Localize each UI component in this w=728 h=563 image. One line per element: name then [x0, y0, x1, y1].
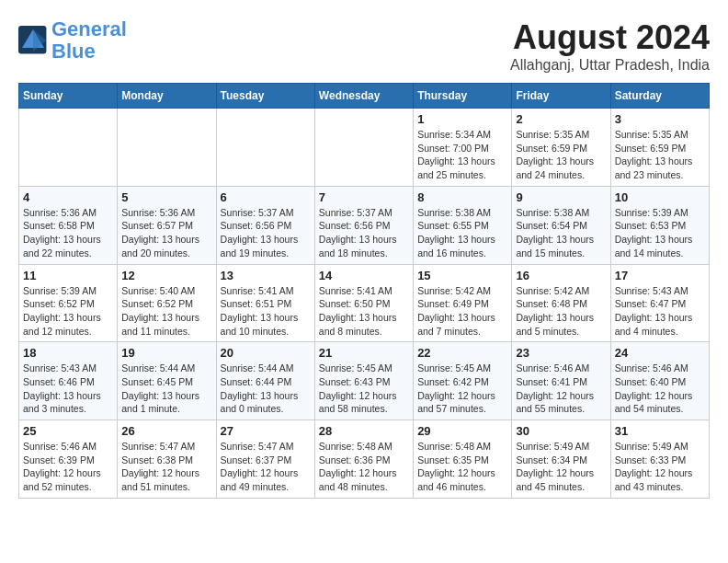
day-info: Sunrise: 5:38 AM Sunset: 6:55 PM Dayligh… — [417, 206, 507, 260]
day-info: Sunrise: 5:44 AM Sunset: 6:44 PM Dayligh… — [221, 362, 311, 416]
day-info: Sunrise: 5:37 AM Sunset: 6:56 PM Dayligh… — [319, 206, 409, 260]
day-number: 24 — [615, 346, 705, 360]
day-info: Sunrise: 5:38 AM Sunset: 6:54 PM Dayligh… — [516, 206, 606, 260]
day-number: 6 — [221, 190, 311, 204]
calendar-cell: 1Sunrise: 5:34 AM Sunset: 7:00 PM Daylig… — [414, 109, 512, 187]
day-number: 15 — [417, 269, 507, 282]
day-number: 9 — [516, 190, 606, 204]
day-info: Sunrise: 5:39 AM Sunset: 6:52 PM Dayligh… — [23, 284, 113, 339]
calendar-week-2: 4Sunrise: 5:36 AM Sunset: 6:58 PM Daylig… — [19, 186, 710, 264]
calendar-cell: 29Sunrise: 5:48 AM Sunset: 6:35 PM Dayli… — [414, 420, 512, 499]
calendar-cell — [118, 109, 216, 187]
day-number: 27 — [221, 424, 311, 438]
day-number: 23 — [516, 346, 606, 360]
logo-icon — [18, 26, 48, 55]
calendar-cell: 4Sunrise: 5:36 AM Sunset: 6:58 PM Daylig… — [19, 186, 118, 264]
day-number: 19 — [121, 346, 211, 360]
day-number: 28 — [319, 424, 409, 438]
day-info: Sunrise: 5:49 AM Sunset: 6:34 PM Dayligh… — [516, 440, 606, 494]
day-number: 4 — [23, 190, 113, 204]
calendar-week-3: 11Sunrise: 5:39 AM Sunset: 6:52 PM Dayli… — [19, 264, 710, 342]
day-info: Sunrise: 5:45 AM Sunset: 6:42 PM Dayligh… — [417, 362, 507, 416]
day-number: 30 — [516, 424, 606, 438]
calendar-cell: 30Sunrise: 5:49 AM Sunset: 6:34 PM Dayli… — [512, 420, 610, 499]
calendar-cell: 17Sunrise: 5:43 AM Sunset: 6:47 PM Dayli… — [610, 264, 709, 342]
calendar-cell: 7Sunrise: 5:37 AM Sunset: 6:56 PM Daylig… — [314, 186, 413, 264]
calendar-table: SundayMondayTuesdayWednesdayThursdayFrid… — [18, 83, 710, 499]
day-info: Sunrise: 5:34 AM Sunset: 7:00 PM Dayligh… — [417, 128, 507, 182]
day-number: 26 — [121, 424, 211, 438]
day-number: 14 — [319, 269, 409, 282]
day-info: Sunrise: 5:41 AM Sunset: 6:50 PM Dayligh… — [319, 284, 409, 339]
calendar-cell: 3Sunrise: 5:35 AM Sunset: 6:59 PM Daylig… — [610, 109, 709, 187]
calendar-cell: 10Sunrise: 5:39 AM Sunset: 6:53 PM Dayli… — [610, 186, 709, 264]
calendar-cell — [216, 109, 314, 187]
calendar-cell: 15Sunrise: 5:42 AM Sunset: 6:49 PM Dayli… — [414, 264, 512, 342]
day-info: Sunrise: 5:37 AM Sunset: 6:56 PM Dayligh… — [221, 206, 311, 260]
day-info: Sunrise: 5:35 AM Sunset: 6:59 PM Dayligh… — [615, 128, 705, 182]
day-number: 16 — [516, 269, 606, 282]
month-title: August 2024 — [510, 18, 710, 57]
calendar-week-4: 18Sunrise: 5:43 AM Sunset: 6:46 PM Dayli… — [19, 342, 710, 420]
calendar-cell: 22Sunrise: 5:45 AM Sunset: 6:42 PM Dayli… — [414, 342, 512, 420]
day-info: Sunrise: 5:47 AM Sunset: 6:38 PM Dayligh… — [121, 440, 211, 494]
day-number: 13 — [221, 269, 311, 282]
calendar-cell: 23Sunrise: 5:46 AM Sunset: 6:41 PM Dayli… — [512, 342, 610, 420]
title-block: August 2024 Allahganj, Uttar Pradesh, In… — [510, 18, 710, 74]
location: Allahganj, Uttar Pradesh, India — [510, 57, 710, 74]
calendar-cell: 28Sunrise: 5:48 AM Sunset: 6:36 PM Dayli… — [314, 420, 413, 499]
day-number: 5 — [121, 190, 211, 204]
weekday-header-friday: Friday — [512, 84, 610, 109]
day-info: Sunrise: 5:45 AM Sunset: 6:43 PM Dayligh… — [319, 362, 409, 416]
day-info: Sunrise: 5:41 AM Sunset: 6:51 PM Dayligh… — [221, 284, 311, 339]
day-number: 12 — [121, 269, 211, 282]
calendar-cell: 18Sunrise: 5:43 AM Sunset: 6:46 PM Dayli… — [19, 342, 118, 420]
day-info: Sunrise: 5:46 AM Sunset: 6:40 PM Dayligh… — [615, 362, 705, 416]
day-info: Sunrise: 5:36 AM Sunset: 6:57 PM Dayligh… — [121, 206, 211, 260]
day-number: 31 — [615, 424, 705, 438]
day-number: 17 — [615, 269, 705, 282]
calendar-cell: 31Sunrise: 5:49 AM Sunset: 6:33 PM Dayli… — [610, 420, 709, 499]
calendar-cell: 13Sunrise: 5:41 AM Sunset: 6:51 PM Dayli… — [216, 264, 314, 342]
weekday-header-thursday: Thursday — [414, 84, 512, 109]
day-info: Sunrise: 5:48 AM Sunset: 6:35 PM Dayligh… — [417, 440, 507, 494]
day-number: 10 — [615, 190, 705, 204]
calendar-cell: 14Sunrise: 5:41 AM Sunset: 6:50 PM Dayli… — [314, 264, 413, 342]
calendar-cell: 5Sunrise: 5:36 AM Sunset: 6:57 PM Daylig… — [118, 186, 216, 264]
logo-line1: General — [51, 17, 127, 40]
calendar-week-5: 25Sunrise: 5:46 AM Sunset: 6:39 PM Dayli… — [19, 420, 710, 499]
day-number: 18 — [23, 346, 113, 360]
day-number: 25 — [23, 424, 113, 438]
calendar-cell: 20Sunrise: 5:44 AM Sunset: 6:44 PM Dayli… — [216, 342, 314, 420]
logo-line2: Blue — [51, 40, 96, 63]
calendar-cell: 2Sunrise: 5:35 AM Sunset: 6:59 PM Daylig… — [512, 109, 610, 187]
weekday-header-wednesday: Wednesday — [314, 84, 413, 109]
calendar-cell: 12Sunrise: 5:40 AM Sunset: 6:52 PM Dayli… — [118, 264, 216, 342]
day-number: 7 — [319, 190, 409, 204]
calendar-cell: 6Sunrise: 5:37 AM Sunset: 6:56 PM Daylig… — [216, 186, 314, 264]
day-info: Sunrise: 5:46 AM Sunset: 6:41 PM Dayligh… — [516, 362, 606, 416]
logo-text: General Blue — [51, 18, 127, 63]
day-info: Sunrise: 5:48 AM Sunset: 6:36 PM Dayligh… — [319, 440, 409, 494]
weekday-header-sunday: Sunday — [19, 84, 118, 109]
calendar-cell: 8Sunrise: 5:38 AM Sunset: 6:55 PM Daylig… — [414, 186, 512, 264]
day-number: 2 — [516, 112, 606, 126]
day-number: 20 — [221, 346, 311, 360]
day-info: Sunrise: 5:49 AM Sunset: 6:33 PM Dayligh… — [615, 440, 705, 494]
weekday-header-tuesday: Tuesday — [216, 84, 314, 109]
calendar-cell: 11Sunrise: 5:39 AM Sunset: 6:52 PM Dayli… — [19, 264, 118, 342]
page-header: General Blue August 2024 Allahganj, Utta… — [18, 18, 710, 74]
day-number: 29 — [417, 424, 507, 438]
calendar-cell — [314, 109, 413, 187]
day-info: Sunrise: 5:43 AM Sunset: 6:46 PM Dayligh… — [23, 362, 113, 416]
day-info: Sunrise: 5:42 AM Sunset: 6:49 PM Dayligh… — [417, 284, 507, 339]
weekday-header-saturday: Saturday — [610, 84, 709, 109]
calendar-cell: 25Sunrise: 5:46 AM Sunset: 6:39 PM Dayli… — [19, 420, 118, 499]
calendar-cell: 27Sunrise: 5:47 AM Sunset: 6:37 PM Dayli… — [216, 420, 314, 499]
day-info: Sunrise: 5:36 AM Sunset: 6:58 PM Dayligh… — [23, 206, 113, 260]
day-number: 1 — [417, 112, 507, 126]
day-info: Sunrise: 5:42 AM Sunset: 6:48 PM Dayligh… — [516, 284, 606, 339]
calendar-cell — [19, 109, 118, 187]
calendar-cell: 19Sunrise: 5:44 AM Sunset: 6:45 PM Dayli… — [118, 342, 216, 420]
calendar-cell: 21Sunrise: 5:45 AM Sunset: 6:43 PM Dayli… — [314, 342, 413, 420]
